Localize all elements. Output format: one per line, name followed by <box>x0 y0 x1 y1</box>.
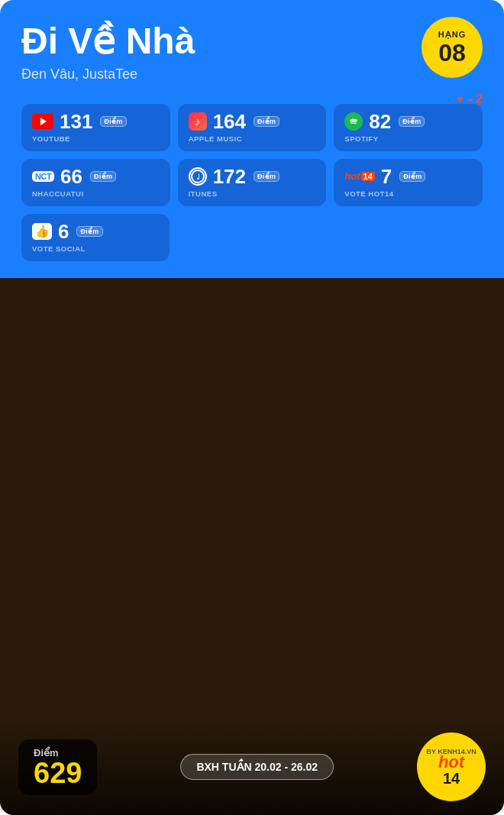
rank-down-arrow: ▼ <box>454 93 465 105</box>
itunes-diem: Điểm <box>254 171 279 182</box>
stat-itunes: ♩ 172 Điểm ITUNES <box>178 159 327 206</box>
social-value: 6 <box>58 222 69 241</box>
svg-text:♩: ♩ <box>195 173 199 181</box>
itunes-value: 172 <box>213 167 246 186</box>
stat-spotify: 82 Điểm SPOTIFY <box>334 104 483 151</box>
logo-hot: hot <box>438 754 464 771</box>
stat-youtube: 131 Điểm YOUTUBE <box>21 104 170 151</box>
rank-change-value: - 2 <box>468 92 483 106</box>
photo-section: Chúc Điểm 629 BXH TUẦN 20.02 - 26.02 BY … <box>0 278 504 815</box>
spotify-label: SPOTIFY <box>344 134 472 143</box>
nct-value: 66 <box>60 167 82 186</box>
hot14-diem: Điểm <box>399 171 425 182</box>
chart-week: BXH TUẦN 20.02 - 26.02 <box>180 754 334 780</box>
itunes-label: ITUNES <box>189 189 316 198</box>
stat-hot14: hot 14 7 Điểm VOTE HOT14 <box>334 159 483 206</box>
hot14-logo: BY KENH14.VN hot 14 <box>417 733 486 801</box>
stats-grid-row3: 👍 6 Điểm VOTE SOCIAL <box>21 214 483 261</box>
spotify-diem: Điểm <box>399 116 425 127</box>
hot14-value: 7 <box>381 167 392 186</box>
hot14-icon: hot 14 <box>344 170 374 182</box>
song-title: Đi Về Nhà <box>21 21 418 62</box>
top-section: HẠNG 08 Đi Về Nhà Đen Vâu, JustaTee ▼ - … <box>0 0 504 278</box>
nct-icon: NCT <box>32 171 54 182</box>
nct-diem: Điểm <box>90 171 116 182</box>
rank-label: HẠNG <box>438 31 466 39</box>
rank-number: 08 <box>438 40 466 65</box>
rank-badge: HẠNG 08 <box>422 17 483 78</box>
card: HẠNG 08 Đi Về Nhà Đen Vâu, JustaTee ▼ - … <box>0 0 504 815</box>
rank-change: ▼ - 2 <box>454 92 483 106</box>
logo-14: 14 <box>443 771 460 786</box>
stat-social: 👍 6 Điểm VOTE SOCIAL <box>21 214 170 261</box>
score-value: 629 <box>34 758 82 788</box>
social-label: VOTE SOCIAL <box>32 244 159 253</box>
apple-music-diem: Điểm <box>254 116 279 127</box>
nct-label: NHACCUATUI <box>32 189 160 198</box>
stats-grid-row2: NCT 66 Điểm NHACCUATUI ♩ <box>21 159 483 206</box>
youtube-icon <box>32 114 53 129</box>
apple-music-icon: ♪ <box>189 112 207 131</box>
youtube-diem: Điểm <box>100 116 126 127</box>
spotify-value: 82 <box>369 112 391 131</box>
score-box: Điểm 629 <box>18 739 97 795</box>
apple-music-label: APPLE MUSIC <box>189 134 316 143</box>
apple-music-value: 164 <box>213 112 246 131</box>
youtube-value: 131 <box>60 112 92 131</box>
stats-grid-row1: 131 Điểm YOUTUBE ♪ 164 Điểm APPLE MUSIC <box>21 104 483 151</box>
stat-apple-music: ♪ 164 Điểm APPLE MUSIC <box>178 104 327 151</box>
spotify-icon <box>344 112 363 131</box>
social-diem: Điểm <box>76 226 102 237</box>
youtube-label: YOUTUBE <box>32 134 160 143</box>
bottom-bar: Điểm 629 BXH TUẦN 20.02 - 26.02 BY KENH1… <box>0 719 504 815</box>
stat-nct: NCT 66 Điểm NHACCUATUI <box>21 159 170 206</box>
hot14-label: VOTE HOT14 <box>344 189 472 198</box>
itunes-icon: ♩ <box>189 167 207 186</box>
artists: Đen Vâu, JustaTee <box>21 66 483 82</box>
social-icon: 👍 <box>32 223 52 240</box>
